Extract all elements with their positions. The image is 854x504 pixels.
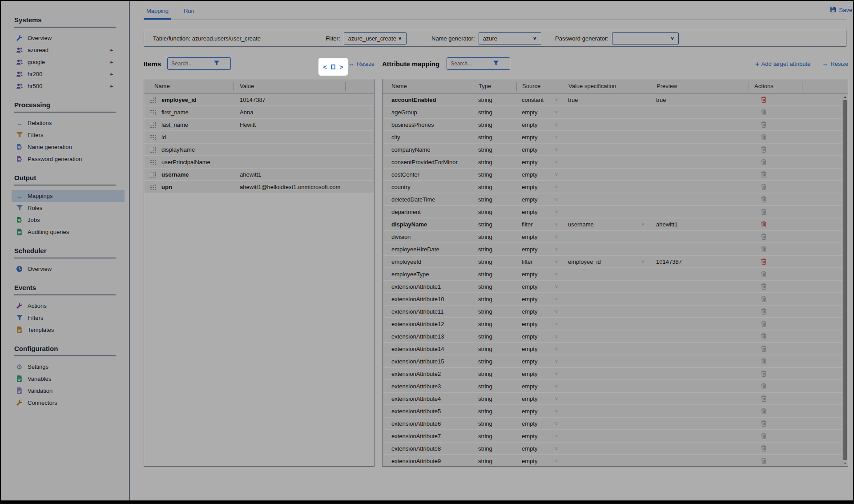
dim-overlay: < >: [1, 1, 853, 503]
app-window: SystemsOverviewazuread▸google▸hr200▸hr50…: [0, 0, 854, 504]
stop-square-icon: [331, 65, 335, 69]
pager-stop-button[interactable]: [331, 65, 335, 69]
pager-spotlight: < >: [318, 58, 348, 76]
pager-prev-button[interactable]: <: [323, 64, 327, 70]
pager-next-button[interactable]: >: [339, 64, 343, 70]
taskbar-strip: [1, 500, 853, 503]
